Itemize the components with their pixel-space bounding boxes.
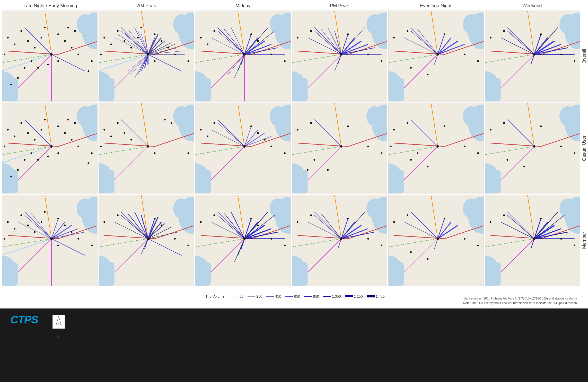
svg-point-424 [154,218,156,220]
svg-point-463 [366,198,383,219]
svg-point-535 [503,214,505,216]
svg-point-354 [540,125,542,127]
svg-point-128 [284,60,286,62]
map-cell-1-1 [99,103,194,194]
svg-point-78 [103,37,105,39]
svg-point-125 [250,33,252,35]
svg-point-227 [20,122,22,124]
svg-point-126 [257,40,259,42]
svg-point-514 [559,198,576,219]
svg-point-506 [436,238,439,240]
svg-point-250 [67,119,69,121]
map-cell-1-3 [292,103,387,194]
map-cell-2-4 [388,195,484,286]
legend-item-5: 1,050 [323,294,341,298]
svg-point-233 [44,119,46,121]
svg-point-37 [74,30,76,32]
svg-point-91 [154,60,156,62]
logo: CTPS [10,314,38,326]
svg-point-454 [200,221,202,223]
row-label-cell-0: Overall [580,11,588,102]
svg-point-268 [147,145,149,148]
svg-point-85 [141,27,142,29]
svg-point-28 [47,64,49,66]
svg-point-312 [340,145,342,148]
svg-point-263 [117,122,119,124]
svg-point-386 [34,231,36,233]
svg-point-208 [490,37,492,39]
svg-point-316 [313,159,315,161]
svg-point-387 [41,221,42,223]
legend-item-6: 1,250 [345,294,363,298]
svg-point-262 [103,129,105,131]
svg-point-390 [64,224,66,226]
svg-point-510 [410,251,412,253]
svg-point-182 [444,33,445,35]
map-cell-1-2 [195,103,291,194]
rows-and-labels: Overall Casual User Member [2,11,588,286]
svg-point-297 [271,146,273,148]
svg-point-487 [381,244,382,246]
svg-point-457 [250,218,252,220]
col-header-5: Weekend [484,2,581,10]
legend-value-6: 1,250 [354,294,363,298]
legend-line-4 [304,296,312,297]
svg-point-232 [41,129,42,131]
svg-point-184 [477,60,479,62]
grid-area: Late Night / Early Morning AM Peak Midda… [0,0,588,308]
svg-point-485 [347,218,349,220]
svg-point-271 [171,122,172,124]
svg-point-23 [64,40,66,42]
svg-point-539 [574,244,575,246]
svg-point-383 [14,228,15,230]
svg-point-272 [164,119,166,121]
svg-point-239 [57,152,59,154]
svg-point-231 [34,139,36,141]
svg-point-334 [464,146,466,148]
attribution-line1: Data sources: 2015 Hubway trip logs (4/1… [463,296,578,301]
svg-point-351 [490,129,492,131]
svg-point-353 [533,145,535,148]
svg-point-235 [64,132,66,134]
map-cell-0-0 [2,11,98,102]
svg-point-248 [87,162,89,164]
svg-point-14 [7,37,9,39]
legend-value-4: 850 [313,294,319,298]
map-cell-2-0 [2,195,98,286]
svg-point-301 [366,106,383,126]
north-arrow: N [48,314,69,339]
svg-point-29 [37,67,39,69]
svg-point-295 [257,132,259,134]
svg-point-382 [20,214,22,216]
map-cell-2-3 [292,195,387,286]
svg-point-458 [257,224,259,226]
svg-point-79 [117,30,119,32]
legend-value-3: 650 [294,294,300,298]
north-label: N [57,334,60,339]
map-cell-1-5 [485,103,580,194]
svg-point-92 [188,60,189,62]
svg-point-330 [393,129,395,131]
svg-point-246 [91,152,93,154]
svg-point-16 [14,43,15,45]
svg-point-238 [50,145,53,148]
main-container: Late Night / Early Morning AM Peak Midda… [0,0,588,308]
svg-point-311 [310,122,312,124]
svg-point-332 [436,145,439,148]
svg-point-455 [214,214,215,216]
column-headers: Late Night / Early Morning AM Peak Midda… [2,2,588,10]
svg-point-154 [297,37,299,39]
svg-point-88 [167,47,169,49]
svg-point-25 [77,53,79,55]
svg-point-24 [71,47,73,49]
map-cell-0-5 [485,11,580,102]
svg-point-388 [44,211,46,213]
bottom-bar: CTPS N [0,308,588,382]
svg-point-321 [463,106,480,126]
svg-point-393 [50,238,53,240]
svg-point-27 [57,60,59,62]
svg-point-2 [77,14,93,34]
svg-point-41 [173,14,190,34]
svg-point-234 [57,125,59,127]
svg-point-131 [366,14,383,34]
